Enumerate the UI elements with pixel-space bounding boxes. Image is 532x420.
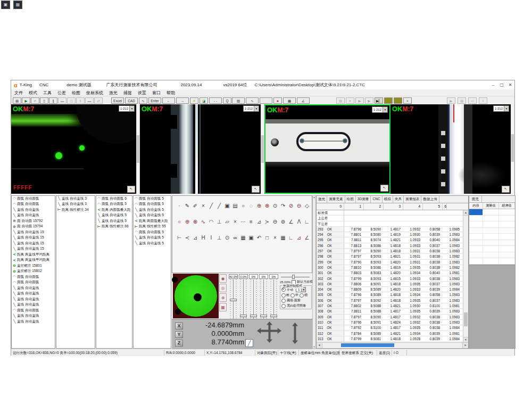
toolbar-pattern-button[interactable]: ∿ bbox=[246, 97, 259, 104]
tolerance-row[interactable]: 标准值 bbox=[317, 210, 463, 216]
measure-tool-icon[interactable]: ✎ bbox=[184, 202, 191, 209]
list-item[interactable]: ╲直线 自动直线 bbox=[12, 302, 55, 308]
list-item[interactable]: ╲直线 自动直线 5 bbox=[134, 207, 171, 213]
results-tab[interactable]: 数据上传 bbox=[421, 196, 439, 203]
toolbar-pattern-button[interactable]: ▨ bbox=[232, 97, 245, 104]
elements-row[interactable] bbox=[469, 209, 515, 216]
light-mode-button[interactable]: ◉ bbox=[219, 274, 227, 283]
camera-view-4[interactable]: OKM:7 1-212 ▼ ↖ bbox=[390, 104, 511, 194]
toolbar-media-button[interactable]: ▮▮ bbox=[394, 97, 402, 104]
scroll-up-icon[interactable]: ▲ bbox=[463, 210, 468, 216]
list-item[interactable]: ⊖直径标注 15801 bbox=[12, 263, 55, 269]
list-item[interactable]: ╲直线 自动直线 15 bbox=[12, 246, 55, 252]
chevron-down-icon[interactable]: ▼ bbox=[254, 106, 259, 111]
list-item[interactable]: ≺距离 两圆弧最大距 bbox=[134, 218, 171, 224]
table-row[interactable]: 313OK 7.8799 8.5081 1.4818 1.0928 0.8039… bbox=[317, 336, 463, 342]
strength-option[interactable]: 中 bbox=[290, 293, 298, 298]
table-row[interactable]: 308OK 7.8811 8.5088 1.4817 1.0935 0.8039… bbox=[317, 309, 463, 314]
list-item[interactable]: ◠圆弧 自动圆弧 5 bbox=[96, 202, 132, 208]
list-item[interactable]: ⊢距离 线性标注 66 bbox=[96, 224, 132, 230]
menu-item[interactable]: 窗口 bbox=[152, 90, 161, 96]
z-axis-icon[interactable]: Z bbox=[175, 340, 183, 347]
list-item[interactable]: ◠圆弧 自动圆弧 bbox=[12, 196, 55, 202]
table-row[interactable]: 296OK 7.8813 8.5086 1.4818 1.0933 0.8037… bbox=[317, 243, 463, 249]
toolbar-right-button[interactable]: ▭ bbox=[468, 97, 477, 104]
scroll-left-icon[interactable]: ◄ bbox=[317, 343, 322, 348]
light-mode-button[interactable]: ▦ bbox=[219, 303, 227, 311]
table-row[interactable]: 307OK 7.8802 8.5088 1.4821 1.0930 0.8100… bbox=[317, 303, 463, 309]
measure-tool-icon[interactable]: ⊢ bbox=[176, 234, 183, 241]
measure-tool-icon[interactable]: ↶ bbox=[255, 234, 263, 241]
menu-item[interactable]: 捕捉 bbox=[123, 90, 132, 96]
table-vertical-scrollbar[interactable]: ▲ ▼ bbox=[463, 210, 468, 342]
scroll-right-icon[interactable]: ► bbox=[462, 343, 468, 348]
camera1-range-dropdown[interactable]: 1-212 ▼ bbox=[119, 105, 135, 112]
measure-tool-icon[interactable]: ◠ bbox=[207, 218, 215, 225]
measure-tool-icon[interactable]: ∠ bbox=[303, 234, 311, 241]
toolbar-text-button[interactable]: Excel bbox=[111, 97, 124, 104]
list-item[interactable]: ╲直线 自动直线 15 bbox=[12, 229, 55, 235]
toolbar-icon-button[interactable]: ‖ bbox=[76, 97, 85, 104]
toolbar-text-button[interactable]: ☀ bbox=[190, 97, 198, 104]
measure-tool-icon[interactable]: ⊚ bbox=[279, 218, 287, 225]
table-row[interactable]: 293OK 7.8796 8.5090 1.4817 1.0932 0.8058… bbox=[317, 227, 463, 232]
table-row[interactable]: 299OK 7.8790 8.5093 1.4820 1.0931 0.8038… bbox=[317, 260, 463, 265]
strength-radio[interactable] bbox=[290, 293, 295, 298]
table-row[interactable]: 295OK 7.8811 8.5074 1.4821 1.0933 0.8040… bbox=[317, 237, 463, 243]
menu-item[interactable]: 工具 bbox=[43, 90, 52, 96]
toolbar-media-button[interactable]: ▶ bbox=[355, 97, 364, 104]
measure-tool-icon[interactable]: ⊿ bbox=[295, 234, 303, 241]
tolerance-row[interactable]: 上公差 bbox=[317, 216, 463, 221]
elements-row[interactable] bbox=[469, 240, 515, 246]
scrollbar-thumb[interactable] bbox=[341, 343, 394, 347]
light-mode-button[interactable]: ⊕ bbox=[219, 293, 227, 302]
camera1-pan-icon[interactable]: ↖ bbox=[127, 186, 135, 193]
elements-row[interactable] bbox=[469, 258, 515, 265]
menu-item[interactable]: 设置 bbox=[138, 90, 146, 96]
list-item[interactable]: ≺距离 两直线平均距离 bbox=[12, 258, 55, 263]
toolbar-text-button[interactable]: - - bbox=[209, 97, 222, 104]
toolbar-right-button[interactable]: × bbox=[479, 97, 487, 104]
scroll-down-icon[interactable]: ▼ bbox=[313, 345, 315, 348]
list-item[interactable]: ╲直线 自动直线 5 bbox=[96, 213, 132, 219]
camera4-range-dropdown[interactable]: 1-212 ▼ bbox=[493, 105, 509, 112]
chevron-down-icon[interactable]: ▼ bbox=[383, 107, 387, 112]
list-item[interactable]: ⊢距离 线性标注 55 bbox=[134, 224, 171, 230]
measure-tool-icon[interactable]: ≡ bbox=[247, 218, 255, 225]
coordinate-system-indicator[interactable]: 世界坐标系 正交(关) bbox=[340, 350, 377, 356]
measure-tool-icon[interactable]: ⊖ bbox=[295, 202, 303, 209]
chevron-down-icon[interactable]: ▼ bbox=[504, 106, 509, 111]
measure-tool-icon[interactable]: ▦ bbox=[239, 234, 247, 241]
table-row[interactable]: 300OK 7.8810 8.5086 1.4819 1.0935 0.8038… bbox=[317, 265, 463, 270]
measure-tool-icon[interactable]: ∞ bbox=[231, 234, 239, 241]
camera-view-1[interactable]: OKM:7 1-212 ▼ FFFFF ↖ bbox=[11, 104, 136, 194]
io-indicator[interactable]: I O bbox=[392, 350, 407, 356]
measure-tool-icon[interactable]: ⊥ bbox=[215, 234, 223, 241]
scroll-up-icon[interactable]: ▲ bbox=[313, 196, 315, 199]
camera-view-2[interactable]: OKM:7 1-212 ▼ ↖ bbox=[140, 104, 261, 194]
table-row[interactable]: 298OK 7.8797 8.5093 1.4821 1.0931 0.8038… bbox=[317, 254, 463, 259]
list-item[interactable]: ╲直线 自动直线 5 bbox=[96, 218, 132, 224]
strength-option[interactable]: 细 bbox=[300, 293, 307, 298]
toolbar-text-button[interactable]: ∿ bbox=[139, 97, 147, 104]
list-item[interactable]: ╲直线 自动直线 bbox=[12, 213, 55, 219]
list-item[interactable]: ╲直线 自动直线 15 bbox=[12, 235, 55, 241]
object-tracking-toggle[interactable]: 对象跟踪(开) bbox=[255, 350, 278, 356]
panel-splitter[interactable]: ▲▼ bbox=[312, 195, 316, 349]
strength-radio[interactable] bbox=[300, 293, 304, 298]
results-tab[interactable]: 3D测量 bbox=[356, 196, 371, 203]
measure-tool-icon[interactable]: ◇ bbox=[303, 202, 311, 209]
toolbar-text-button[interactable]: Q bbox=[223, 97, 231, 104]
toolbar-icon-button[interactable]: ▶ bbox=[22, 97, 30, 104]
measure-tool-icon[interactable]: ⊙ bbox=[271, 202, 279, 209]
toolbar-pattern-button[interactable] bbox=[260, 97, 272, 104]
camera2-pan-icon[interactable]: ↖ bbox=[252, 186, 260, 193]
table-row[interactable]: 294OK 7.8801 8.5080 1.4819 1.0930 0.8039… bbox=[317, 232, 463, 237]
slider-track[interactable] bbox=[269, 279, 278, 319]
toolbar-text-button[interactable]: → bbox=[176, 97, 189, 104]
elements-row[interactable] bbox=[469, 221, 515, 228]
measure-tool-icon[interactable]: ≺ bbox=[184, 234, 191, 241]
slider-thumb[interactable] bbox=[260, 315, 267, 317]
list-item[interactable]: ⊕圆 自动圆 15794 bbox=[12, 224, 55, 230]
results-tab[interactable]: 测量元素 bbox=[327, 196, 345, 203]
